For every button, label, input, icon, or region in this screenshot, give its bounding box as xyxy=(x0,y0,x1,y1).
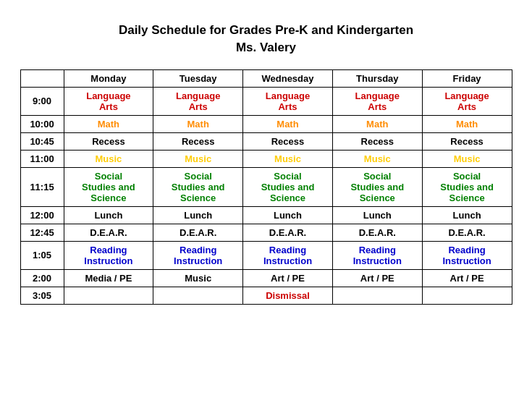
schedule-cell: Math xyxy=(153,115,243,132)
schedule-cell: SocialStudies andScience xyxy=(64,167,153,206)
schedule-cell: LanguageArts xyxy=(422,87,512,115)
table-row: 2:00Media / PEMusicArt / PEArt / PEArt /… xyxy=(20,269,512,287)
schedule-cell xyxy=(64,287,153,304)
schedule-cell: Lunch xyxy=(64,206,153,224)
schedule-cell: Recess xyxy=(422,132,512,150)
schedule-cell: Math xyxy=(64,115,153,132)
table-row: 10:00MathMathMathMathMath xyxy=(20,115,512,132)
time-cell: 11:15 xyxy=(20,167,64,206)
page-title: Daily Schedule for Grades Pre-K and Kind… xyxy=(119,22,413,56)
schedule-cell: LanguageArts xyxy=(243,87,333,115)
schedule-cell xyxy=(153,287,243,304)
time-cell: 9:00 xyxy=(20,87,64,115)
schedule-cell: Recess xyxy=(332,132,422,150)
schedule-cell: LanguageArts xyxy=(153,87,243,115)
time-cell: 12:00 xyxy=(20,206,64,224)
schedule-cell: SocialStudies andScience xyxy=(243,167,333,206)
schedule-cell: Art / PE xyxy=(243,269,333,287)
table-row: 11:00MusicMusicMusicMusicMusic xyxy=(20,150,512,167)
schedule-cell: Lunch xyxy=(153,206,243,224)
time-cell: 10:00 xyxy=(20,115,64,132)
header-friday: Friday xyxy=(422,69,512,87)
schedule-cell: D.E.A.R. xyxy=(422,224,512,241)
schedule-cell: LanguageArts xyxy=(64,87,153,115)
schedule-cell: ReadingInstruction xyxy=(332,241,422,269)
schedule-cell: SocialStudies andScience xyxy=(422,167,512,206)
header-wednesday: Wednesday xyxy=(243,69,333,87)
header-tuesday: Tuesday xyxy=(153,69,243,87)
schedule-cell: Music xyxy=(422,150,512,167)
schedule-cell: Dismissal xyxy=(243,287,333,304)
schedule-cell: SocialStudies andScience xyxy=(332,167,422,206)
schedule-cell: ReadingInstruction xyxy=(153,241,243,269)
table-row: 10:45RecessRecessRecessRecessRecess xyxy=(20,132,512,150)
schedule-cell: Math xyxy=(243,115,333,132)
table-row: 9:00LanguageArtsLanguageArtsLanguageArts… xyxy=(20,87,512,115)
table-row: 3:05Dismissal xyxy=(20,287,512,304)
schedule-cell: Math xyxy=(422,115,512,132)
schedule-cell: D.E.A.R. xyxy=(64,224,153,241)
schedule-cell: Music xyxy=(64,150,153,167)
table-row: 1:05ReadingInstructionReadingInstruction… xyxy=(20,241,512,269)
schedule-cell: Math xyxy=(332,115,422,132)
time-cell: 3:05 xyxy=(20,287,64,304)
schedule-cell: Art / PE xyxy=(332,269,422,287)
schedule-cell: D.E.A.R. xyxy=(332,224,422,241)
schedule-cell: D.E.A.R. xyxy=(153,224,243,241)
time-cell: 10:45 xyxy=(20,132,64,150)
time-cell: 11:00 xyxy=(20,150,64,167)
schedule-cell: D.E.A.R. xyxy=(243,224,333,241)
table-row: 12:45D.E.A.R.D.E.A.R.D.E.A.R.D.E.A.R.D.E… xyxy=(20,224,512,241)
title-line1: Daily Schedule for Grades Pre-K and Kind… xyxy=(119,23,413,37)
schedule-cell: Music xyxy=(243,150,333,167)
schedule-cell: SocialStudies andScience xyxy=(153,167,243,206)
schedule-cell: Recess xyxy=(153,132,243,150)
header-time xyxy=(20,69,64,87)
schedule-cell: Media / PE xyxy=(64,269,153,287)
table-row: 11:15SocialStudies andScienceSocialStudi… xyxy=(20,167,512,206)
schedule-table: Monday Tuesday Wednesday Thursday Friday… xyxy=(20,69,512,305)
schedule-cell: ReadingInstruction xyxy=(243,241,333,269)
header-monday: Monday xyxy=(64,69,153,87)
schedule-cell: Lunch xyxy=(243,206,333,224)
schedule-cell: Lunch xyxy=(422,206,512,224)
schedule-cell: Recess xyxy=(243,132,333,150)
schedule-cell xyxy=(422,287,512,304)
title-line2: Ms. Valery xyxy=(236,41,296,54)
schedule-cell: ReadingInstruction xyxy=(64,241,153,269)
time-cell: 1:05 xyxy=(20,241,64,269)
schedule-cell: LanguageArts xyxy=(332,87,422,115)
schedule-cell: Music xyxy=(153,150,243,167)
table-row: 12:00LunchLunchLunchLunchLunch xyxy=(20,206,512,224)
header-thursday: Thursday xyxy=(332,69,422,87)
schedule-cell: ReadingInstruction xyxy=(422,241,512,269)
time-cell: 2:00 xyxy=(20,269,64,287)
schedule-cell: Music xyxy=(332,150,422,167)
header-row: Monday Tuesday Wednesday Thursday Friday xyxy=(20,69,512,87)
schedule-cell: Art / PE xyxy=(422,269,512,287)
time-cell: 12:45 xyxy=(20,224,64,241)
schedule-cell: Music xyxy=(153,269,243,287)
schedule-cell xyxy=(332,287,422,304)
schedule-cell: Lunch xyxy=(332,206,422,224)
schedule-cell: Recess xyxy=(64,132,153,150)
